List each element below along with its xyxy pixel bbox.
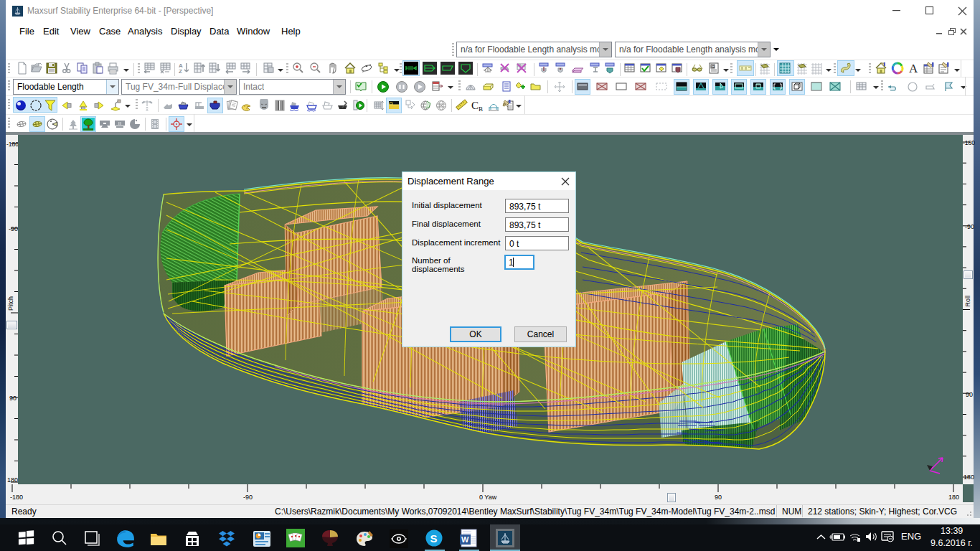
svg-text:S: S bbox=[430, 532, 438, 545]
svg-text:G: G bbox=[712, 65, 715, 69]
svg-text:A: A bbox=[909, 62, 918, 75]
svg-text:Z: Z bbox=[179, 68, 182, 75]
svg-text:B: B bbox=[479, 105, 483, 112]
svg-text:C: C bbox=[471, 100, 479, 111]
svg-text:W: W bbox=[461, 535, 469, 544]
